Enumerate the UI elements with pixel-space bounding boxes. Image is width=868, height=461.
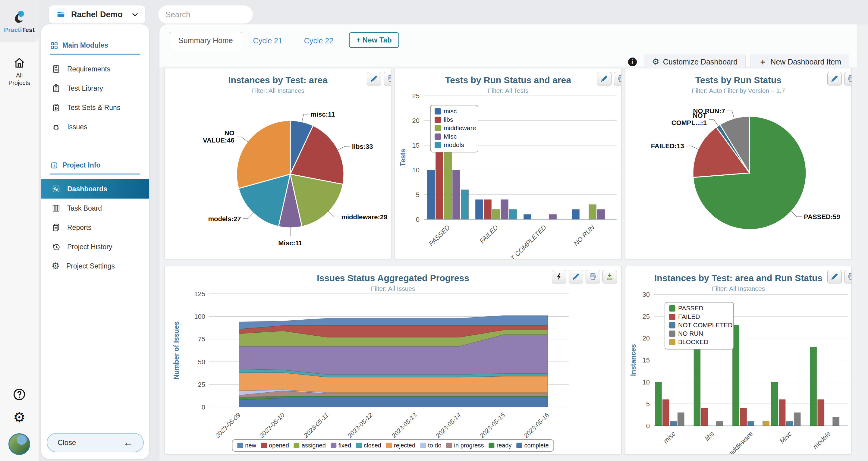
bar-no-run-libs[interactable] [716, 422, 723, 426]
legend-item-new[interactable]: new [237, 442, 256, 449]
bolt-chart-button[interactable] [552, 270, 566, 283]
edit-icon [370, 74, 378, 83]
sidebar-item-label: Project History [67, 243, 113, 251]
bar-middleware-failed[interactable] [493, 209, 500, 219]
bar-no-run-models[interactable] [833, 417, 839, 426]
sidebar-section-project-info[interactable]: Project Info [50, 161, 140, 175]
help-icon[interactable] [12, 388, 26, 401]
pie-chart-instances-by-area: misc:11libs:33middleware:29Misc:11models… [165, 94, 391, 259]
bar-no-run-misc[interactable] [678, 412, 684, 426]
bar-misc-not-completed[interactable] [524, 215, 531, 219]
pie-label-misc: misc:11 [311, 111, 335, 118]
tab-summary-home[interactable]: Summary Home [169, 32, 242, 49]
bar-passed-misc[interactable] [655, 382, 661, 426]
sidebar-close-button[interactable]: Close ← [47, 433, 144, 452]
bar-misc-passed[interactable] [427, 170, 435, 219]
bar-failed-misc[interactable] [779, 400, 785, 426]
bar-failed-libs[interactable] [701, 408, 708, 426]
edit-chart-button[interactable] [597, 72, 612, 85]
sidebar-item-test-library[interactable]: Test Library [41, 79, 149, 98]
svg-text:0: 0 [416, 216, 420, 223]
download-chart-button[interactable] [602, 270, 617, 283]
new-tab-button[interactable]: + New Tab [349, 32, 399, 48]
sidebar-item-task-board[interactable]: Task Board [41, 198, 149, 218]
legend-item-complete[interactable]: complete [517, 442, 549, 449]
bar-misc-not-completed[interactable] [549, 215, 557, 219]
edit-chart-button[interactable] [367, 72, 381, 85]
project-selector[interactable]: Rachel Demo [49, 5, 145, 24]
legend-item-ready[interactable]: ready [489, 442, 512, 449]
edit-chart-button[interactable] [569, 270, 583, 283]
print-icon [617, 74, 621, 83]
bar-passed-models[interactable] [810, 347, 817, 426]
practitest-logo-icon [11, 9, 27, 25]
print-chart-button[interactable] [384, 72, 391, 85]
sidebar-item-issues[interactable]: Issues [41, 117, 149, 136]
legend-item-rejected[interactable]: rejected [386, 442, 415, 449]
all-projects-button[interactable]: AllProjects [0, 56, 38, 87]
customize-dashboard-button[interactable]: ⚙ Customize Dashboard [644, 54, 746, 70]
bar-no-run-misc[interactable] [794, 412, 801, 426]
sidebar-item-test-sets-runs[interactable]: Test Sets & Runs [41, 98, 149, 117]
sidebar-item-project-history[interactable]: Project History [41, 237, 149, 256]
bar-misc-failed[interactable] [501, 199, 508, 219]
area-complete[interactable] [239, 398, 548, 407]
x-tick-label: 2023-05-14 [434, 411, 462, 440]
legend-item-fixed[interactable]: fixed [331, 442, 351, 449]
bar-models-failed[interactable] [509, 209, 517, 219]
sidebar-item-reports[interactable]: Reports [41, 218, 149, 237]
legend-item-in-progress[interactable]: in progress [446, 442, 484, 449]
bar-misc-no-run[interactable] [597, 209, 605, 219]
sidebar-item-requirements[interactable]: Requirements [41, 59, 149, 79]
print-icon [589, 272, 597, 281]
bar-failed-models[interactable] [818, 400, 824, 426]
bar-libs-failed[interactable] [484, 199, 492, 219]
bar-not-completed-misc[interactable] [670, 422, 677, 426]
info-icon[interactable]: i [628, 58, 637, 66]
user-avatar[interactable] [8, 433, 30, 455]
svg-text:25: 25 [412, 94, 420, 100]
tab-cycle-22[interactable]: Cycle 22 [293, 33, 344, 49]
new-dashboard-item-button[interactable]: ＋ New Dashboard Item [750, 54, 849, 70]
print-chart-button[interactable] [844, 72, 852, 85]
history-icon [52, 242, 61, 251]
bar-models-passed[interactable] [461, 190, 469, 219]
main-content: Summary HomeCycle 21Cycle 22 + New Tab i… [159, 24, 857, 461]
legend-item-closed[interactable]: closed [356, 442, 381, 449]
print-chart-button[interactable] [586, 270, 600, 283]
pie-chart-tests-by-run-status: PASSED:59FAILED:13NOTCOMPL...:1NO RUN:7 [625, 94, 851, 259]
bar-misc-no-run[interactable] [572, 209, 580, 219]
bar-blocked-middleware[interactable] [763, 422, 770, 426]
bar-passed-misc[interactable] [771, 382, 778, 426]
legend-item-assigned[interactable]: assigned [294, 442, 326, 449]
bar-middleware-no-run[interactable] [589, 205, 596, 219]
legend-item-to-do[interactable]: to do [420, 442, 441, 449]
bar-failed-misc[interactable] [662, 400, 669, 426]
pie: misc:11libs:33middleware:29Misc:11models… [203, 111, 387, 247]
info-icon [50, 161, 58, 169]
sidebar-section-main-modules[interactable]: Main Modules [50, 41, 140, 55]
svg-text:Tests: Tests [399, 149, 407, 166]
reports-icon [52, 223, 61, 232]
plus-icon: ＋ [758, 58, 767, 66]
print-chart-button[interactable] [614, 72, 621, 85]
edit-chart-button[interactable] [827, 72, 842, 85]
svg-text:Misc: Misc [444, 133, 457, 140]
print-chart-button[interactable] [844, 270, 852, 283]
bar-misc-failed[interactable] [475, 199, 483, 219]
bar-not-completed-middleware[interactable] [748, 422, 754, 426]
legend-item-opened[interactable]: opened [261, 442, 289, 449]
scrollbar[interactable] [857, 24, 868, 461]
settings-gear-icon[interactable]: ⚙ [13, 410, 25, 424]
practitest-logo[interactable]: PractiTest [0, 0, 38, 42]
search-input[interactable] [165, 10, 267, 20]
sidebar-item-project-settings[interactable]: ⚙Project Settings [41, 256, 149, 276]
project-folder-icon [55, 8, 67, 21]
bar-failed-middleware[interactable] [740, 408, 747, 426]
sidebar-item-dashboards[interactable]: Dashboards [41, 179, 149, 198]
svg-text:15: 15 [412, 142, 420, 149]
edit-chart-button[interactable] [827, 270, 842, 283]
bar-not-completed-misc[interactable] [786, 422, 793, 426]
tab-cycle-21[interactable]: Cycle 21 [242, 33, 293, 49]
bar-misc-passed[interactable] [453, 170, 460, 219]
